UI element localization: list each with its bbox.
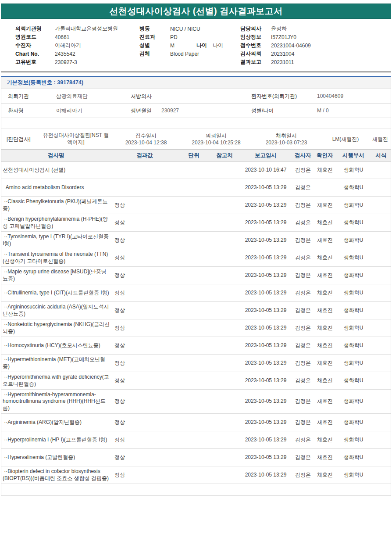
patient-field-row: 병동 NICU / NICU — [139, 25, 240, 33]
result-row: ··Biopterin defect in cofactor biosynthe… — [1, 466, 391, 484]
patient-info-middle-column: 병동 NICU / NICU 진료과 PD 성별 M 나이 나이 검체 — [139, 25, 240, 66]
result-value: 정상 — [111, 398, 178, 405]
report-title-banner: 선천성대사이상검사 (선별) 검사결과보고서 — [1, 4, 391, 19]
basic-info-row-1: 의뢰기관 삼광의료재단 처방의사 환자번호(의뢰기관) 100404609 — [1, 89, 391, 104]
column-header: 결과값 — [111, 152, 178, 159]
result-value: 정상 — [111, 272, 178, 279]
report-datetime: 2023-10-05 13:29 — [240, 272, 292, 279]
performing-department: 생화학U — [335, 472, 371, 478]
confirmer-name: 채효진 — [314, 437, 335, 443]
test-name: ··Biopterin defect in cofactor biosynthe… — [1, 466, 111, 484]
field-label: 성별 — [139, 42, 170, 49]
report-datetime: 2023-10-05 13:29 — [240, 202, 292, 208]
performing-department: 생화학U — [335, 184, 371, 191]
result-row: ··Tyrosinemia, type I (TYR I)(고타이로신혈증 I형… — [1, 232, 391, 249]
patient-field-row: 임상정보 I57Z01JY0 — [240, 33, 392, 41]
result-value: 정상 — [111, 307, 178, 314]
result-row: 선천성대사이상검사 (선별) 2023-10-10 16:47 김정은 채효진 … — [1, 161, 391, 179]
timestamp-value: 2023-10-04 12:38 — [111, 139, 181, 146]
test-name: ··Tyrosinemia, type I (TYR I)(고타이로신혈증 I형… — [1, 232, 111, 249]
test-name: ··Hypermethioninemia (MET)(고메치오닌혈증) — [1, 355, 111, 372]
tester-name: 김정은 — [292, 184, 314, 191]
field-label-secondary: 나이 — [196, 42, 213, 49]
test-name: Amino acid metabolism Disorders — [1, 183, 111, 193]
basic-info-header: 기본정보(등록번호 : 39178474) — [1, 76, 391, 89]
basic-info-label: 환자명 — [8, 107, 56, 115]
confirmer-name: 채효진 — [314, 419, 335, 426]
result-row: ··Hyperprolinemia I (HP I)(고프롤린혈증 I형) 정상… — [1, 431, 391, 449]
tester-name: 김정은 — [292, 202, 314, 208]
field-value: I57Z01JY0 — [271, 34, 297, 40]
tester-name: 김정은 — [292, 167, 314, 173]
diagnosis-timestamp: 접수일시 2023-10-04 12:38 — [111, 132, 181, 146]
result-value: 정상 — [111, 360, 178, 366]
confirmer-name: 채효진 — [314, 254, 335, 261]
performing-department: 생화학U — [335, 360, 371, 366]
tester-name: 김정은 — [292, 254, 314, 261]
field-label: 검체 — [139, 50, 170, 57]
empty-row — [1, 484, 391, 496]
result-row: ··Maple syrup urine disease [MSUD](단풍당뇨증… — [1, 267, 391, 284]
field-value: 윤정하 — [271, 25, 297, 32]
result-value: 정상 — [111, 472, 178, 478]
report-datetime: 2023-10-05 13:29 — [240, 377, 292, 384]
field-label: 담당의사 — [240, 25, 271, 32]
basic-info-value: 230927 — [161, 108, 251, 114]
performing-department: 생화학U — [335, 342, 371, 349]
test-name: ··Argininemia (ARG)(알지닌혈증) — [1, 417, 111, 427]
field-value: NICU / NICU — [170, 26, 200, 32]
field-label: 의뢰기관명 — [15, 25, 55, 32]
result-value: 정상 — [111, 454, 178, 461]
diagnosis-test-name: 유전성대사이상질환[NST 혈액여지] — [41, 132, 111, 146]
basic-info-value: 100404609 — [317, 93, 391, 99]
field-label: 병동 — [139, 25, 170, 32]
result-row: ··Argininemia (ARG)(알지닌혈증) 정상 2023-10-05… — [1, 414, 391, 431]
basic-info-row-2: 환자명 이해리아기 생년월일 230927 성별/나이 M / 0 — [1, 104, 391, 118]
column-header: 서식 — [371, 152, 391, 159]
basic-info-label: 환자번호(의뢰기관) — [251, 93, 317, 100]
tester-name: 김정은 — [292, 360, 314, 366]
tester-name: 김정은 — [292, 272, 314, 279]
result-value: 정상 — [111, 290, 178, 296]
timestamp-label: 채취일시 — [251, 132, 321, 139]
test-name: ··Transient tyrosinemia of the neonate (… — [1, 249, 111, 266]
result-row: ··Hypervalinemia (고발린혈증) 정상 2023-10-05 1… — [1, 449, 391, 466]
field-value: 20231004-04609 — [271, 43, 311, 49]
diagnosis-strip: [진단검사] 유전성대사이상질환[NST 혈액여지] 접수일시 2023-10-… — [1, 129, 391, 150]
result-row: ··Classic Phenylketonuria (PKU)(페닐케톤뇨증) … — [1, 197, 391, 214]
test-name: ··Hyperprolinemia I (HP I)(고프롤린혈증 I형) — [1, 435, 111, 445]
patient-info-left-column: 의뢰기관명 가톨릭대학교은평성모병원 병원코드 40661 수진자 이해리아기 … — [15, 25, 139, 66]
test-name: 선천성대사이상검사 (선별) — [1, 165, 111, 175]
basic-info-value: M / 0 — [317, 108, 391, 114]
patient-field-row: 담당의사 윤정하 — [240, 25, 392, 33]
basic-info-label: 생년월일 — [131, 107, 161, 115]
confirmer-name: 채효진 — [314, 398, 335, 405]
test-name: ··Hyperornithinemia-hyperammonemia-homoc… — [1, 390, 111, 413]
patient-field-row: 고유번호 230927-3 — [15, 58, 139, 66]
result-row: ··Nonketotic hyperglycinemia (NKHG)(글리신뇌… — [1, 319, 391, 337]
performing-department: 생화학U — [335, 398, 371, 405]
patient-field-row: 검체 Blood Paper — [139, 50, 240, 58]
patient-field-row: Chart No. 2435542 — [15, 50, 139, 58]
result-row: ··Hyperornithinemia-hyperammonemia-homoc… — [1, 390, 391, 414]
performing-department: 생화학U — [335, 377, 371, 384]
result-row: ··Benign hyperphenylalaninemia (H-PHE)(양… — [1, 214, 391, 232]
results-table-header: 검사명 결과값 단위 참고치 보고일시 검사자 확인자 시행부서 서식 — [1, 150, 391, 161]
tester-name: 김정은 — [292, 454, 314, 461]
basic-info-label: 의뢰기관 — [8, 93, 56, 100]
result-value: 정상 — [111, 202, 178, 208]
diagnosis-timestamp: 채취일시 2023-10-03 07:23 — [251, 132, 321, 146]
report-datetime: 2023-10-05 13:29 — [240, 419, 292, 426]
confirmer-name: 채효진 — [314, 342, 335, 349]
field-value: 230927-3 — [55, 59, 81, 65]
confirmer-name: 채효진 — [314, 377, 335, 384]
field-label: 결과보고 — [240, 58, 271, 66]
performing-department: 생화학U — [335, 202, 371, 208]
test-name: ··Classic Phenylketonuria (PKU)(페닐케톤뇨증) — [1, 197, 111, 214]
report-datetime: 2023-10-05 13:29 — [240, 254, 292, 261]
performing-department: 생화학U — [335, 437, 371, 443]
report-datetime: 2023-10-05 13:29 — [240, 398, 292, 405]
field-label: 접수번호 — [240, 42, 271, 49]
field-value: 40661 — [55, 34, 81, 40]
confirmer-name: 채효진 — [314, 360, 335, 366]
